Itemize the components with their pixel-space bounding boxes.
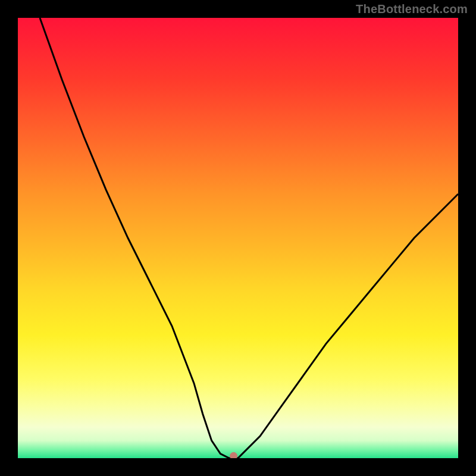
watermark-text: TheBottleneck.com	[356, 2, 468, 16]
optimal-point-marker	[230, 452, 237, 458]
curve-svg	[18, 18, 458, 458]
bottleneck-curve	[40, 18, 458, 458]
plot-area	[18, 18, 458, 458]
chart-frame: TheBottleneck.com	[0, 0, 476, 476]
